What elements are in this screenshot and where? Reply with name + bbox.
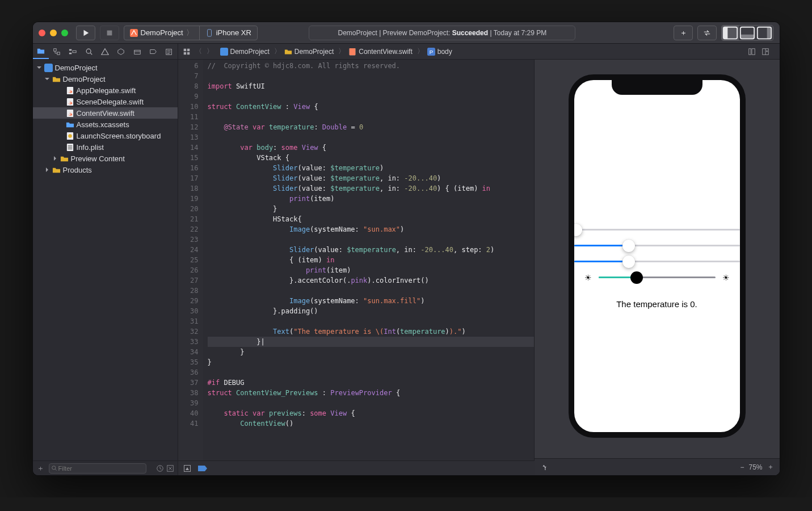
preview-slider-1[interactable] (574, 222, 740, 238)
svg-rect-6 (741, 34, 754, 39)
breadcrumb-symbol[interactable]: body (437, 48, 452, 56)
tree-row-label: AppDelegate.swift (77, 86, 136, 95)
tree-row[interactable]: Preview Content (33, 153, 178, 164)
debug-icon (133, 48, 141, 56)
svg-rect-36 (68, 145, 72, 146)
project-tree[interactable]: DemoProjectDemoProjectAppDelegate.swiftS… (33, 60, 178, 460)
device-screen: ☀︎ ☀ The temperature is 0. (574, 80, 740, 432)
main-area: DemoProjectDemoProjectAppDelegate.swiftS… (33, 60, 780, 475)
sun-fill-icon: ☀ (722, 273, 730, 282)
preview-slider-3[interactable] (574, 254, 740, 270)
tree-row[interactable]: ContentView.swift (33, 107, 178, 119)
code-review-button[interactable] (697, 26, 717, 40)
breadcrumb-file[interactable]: ContentView.swift (359, 48, 413, 56)
tree-row[interactable]: AppDelegate.swift (33, 85, 178, 96)
report-navigator-tab[interactable] (161, 44, 177, 59)
device-frame: ☀︎ ☀ The temperature is 0. (569, 74, 746, 438)
report-icon (165, 48, 173, 56)
play-icon (82, 29, 90, 37)
panel-toggles (721, 25, 773, 41)
toggle-debug-area[interactable] (739, 26, 756, 40)
library-button[interactable]: ＋ (674, 26, 693, 40)
scm-filter-icon[interactable] (166, 464, 174, 472)
activity-view[interactable]: DemoProject | Preview DemoProject: Succe… (309, 26, 575, 40)
svg-rect-15 (134, 50, 140, 54)
preview-slider-4[interactable] (599, 270, 716, 286)
tree-row-label: Preview Content (71, 154, 125, 163)
svg-rect-31 (66, 98, 73, 105)
zoom-in-button[interactable]: ＋ (767, 462, 774, 472)
symbols-icon (69, 48, 77, 56)
minimize-window-button[interactable] (50, 30, 57, 36)
breadcrumb-folder[interactable]: DemoProject (294, 48, 334, 56)
tree-row[interactable]: Info.plist (33, 141, 178, 153)
debug-navigator-tab[interactable] (129, 44, 145, 59)
issue-navigator-tab[interactable] (97, 44, 113, 59)
search-icon (85, 48, 93, 56)
symbol-navigator-tab[interactable] (65, 44, 81, 59)
close-window-button[interactable] (39, 30, 45, 36)
scm-icon (53, 48, 61, 56)
svg-point-34 (68, 134, 72, 138)
tree-row[interactable]: DemoProject (33, 62, 178, 73)
pin-icon[interactable] (540, 463, 548, 471)
source-editor[interactable]: 6789101112131415161718192021222324252627… (178, 60, 535, 460)
preview-hstack: ☀︎ ☀ (574, 270, 740, 286)
find-navigator-tab[interactable] (81, 44, 96, 59)
minimap-icon[interactable] (748, 48, 756, 56)
canvas-box-icon[interactable] (183, 464, 192, 473)
left-panel-icon (722, 25, 739, 41)
tree-row[interactable]: Assets.xcassets (33, 119, 178, 130)
tree-row[interactable]: DemoProject (33, 73, 178, 85)
source-control-navigator-tab[interactable] (49, 44, 65, 59)
svg-rect-27 (752, 48, 755, 55)
test-navigator-tab[interactable] (113, 44, 129, 59)
tree-row[interactable]: SceneDelegate.swift (33, 96, 178, 107)
filter-input[interactable] (49, 463, 146, 474)
jump-bar[interactable]: 〈〉 DemoProject〉 DemoProject〉 ContentView… (178, 44, 780, 59)
scheme-selector[interactable]: DemoProject 〉 iPhone XR (124, 26, 258, 40)
navigator-filter-bar: ＋ (33, 460, 178, 475)
related-items-icon (183, 48, 191, 56)
test-icon (117, 48, 125, 56)
svg-rect-4 (723, 27, 728, 39)
navigator-tabs-bar: 〈〉 DemoProject〉 DemoProject〉 ContentView… (33, 44, 780, 60)
device-icon (205, 29, 213, 37)
scheme-destination[interactable]: iPhone XR (199, 26, 257, 40)
breakpoint-toggle-icon[interactable] (197, 464, 208, 472)
svg-rect-10 (57, 52, 60, 54)
breadcrumb-project[interactable]: DemoProject (230, 48, 270, 56)
tree-row[interactable]: Products (33, 164, 178, 175)
breakpoint-navigator-tab[interactable] (145, 44, 161, 59)
stop-button[interactable] (100, 26, 119, 40)
svg-rect-18 (183, 52, 186, 54)
scheme-target[interactable]: DemoProject 〉 (124, 26, 199, 40)
svg-rect-0 (107, 30, 112, 35)
zoom-window-button[interactable] (61, 30, 68, 36)
svg-rect-38 (68, 148, 72, 149)
toggle-navigator[interactable] (722, 26, 739, 40)
tree-row[interactable]: LaunchScreen.storyboard (33, 130, 178, 141)
tree-row-label: ContentView.swift (77, 109, 134, 118)
canvas-footer: − 75% ＋ (535, 458, 780, 475)
tree-row-label: DemoProject (63, 75, 106, 83)
xcode-window: DemoProject 〉 iPhone XR DemoProject | Pr… (32, 22, 780, 476)
svg-rect-9 (54, 48, 56, 51)
tree-row-label: Assets.xcassets (77, 120, 129, 129)
add-file-button[interactable]: ＋ (36, 461, 45, 476)
run-button[interactable] (76, 26, 95, 40)
zoom-out-button[interactable]: − (740, 463, 744, 471)
traffic-lights (39, 30, 68, 36)
code-area[interactable]: // Copyright © hdjc8.com. All rights res… (203, 60, 534, 460)
status-result: Succeeded (452, 29, 488, 37)
preview-viewport[interactable]: ☀︎ ☀ The temperature is 0. (535, 60, 780, 458)
preview-slider-2[interactable] (574, 238, 740, 254)
svg-rect-17 (183, 48, 186, 51)
project-navigator-tab[interactable] (33, 44, 49, 59)
search-icon (51, 465, 57, 471)
add-editor-icon[interactable] (761, 48, 769, 56)
svg-rect-23 (350, 48, 356, 55)
toggle-inspectors[interactable] (756, 26, 773, 40)
recent-filter-icon[interactable] (156, 464, 164, 472)
status-prefix: DemoProject | Preview DemoProject: (338, 29, 450, 37)
